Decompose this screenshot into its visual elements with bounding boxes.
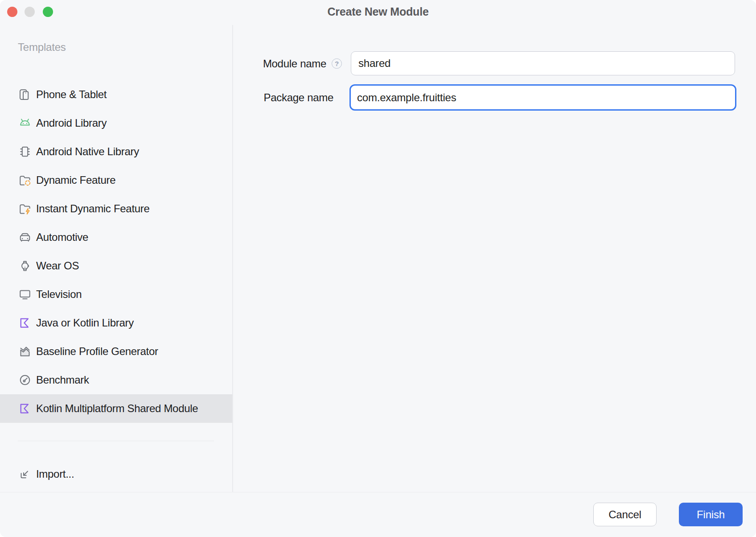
sidebar-item-label: Android Library (36, 117, 107, 129)
sidebar-section-divider (18, 441, 214, 441)
sidebar-item-television[interactable]: Television (0, 280, 232, 309)
sidebar-item-label: Phone & Tablet (36, 88, 107, 101)
sidebar-item-label: Television (36, 288, 82, 301)
sidebar-item-label: Wear OS (36, 260, 79, 272)
watch-icon (18, 259, 32, 273)
package-name-input[interactable] (349, 84, 736, 111)
template-list: Phone & TabletAndroid LibraryAndroid Nat… (0, 80, 232, 423)
finish-button[interactable]: Finish (679, 503, 743, 526)
chip-icon (18, 145, 32, 159)
import-icon (18, 467, 32, 481)
car-icon (18, 230, 32, 244)
sidebar-item-android-library[interactable]: Android Library (0, 109, 232, 137)
sidebar-item-dynamic-feature[interactable]: Dynamic Feature (0, 166, 232, 194)
folder-dynamic-icon (18, 173, 32, 187)
android-head-icon (18, 116, 32, 130)
module-name-input[interactable] (351, 51, 735, 75)
footer-divider (0, 492, 756, 492)
dialog-title: Create New Module (0, 5, 756, 18)
sidebar-item-label: Baseline Profile Generator (36, 345, 158, 358)
sidebar-item-label: Dynamic Feature (36, 174, 115, 186)
folder-lightning-icon (18, 202, 32, 216)
help-icon[interactable]: ? (332, 58, 342, 69)
phone-tablet-icon (18, 87, 32, 102)
sidebar-item-label: Kotlin Multiplatform Shared Module (36, 402, 198, 415)
area-chart-icon (18, 344, 32, 359)
tv-icon (18, 287, 32, 302)
sidebar-item-benchmark[interactable]: Benchmark (0, 366, 232, 394)
sidebar-item-label: Instant Dynamic Feature (36, 202, 150, 215)
title-bar: Create New Module (0, 0, 756, 25)
sidebar-item-android-native-library[interactable]: Android Native Library (0, 137, 232, 166)
sidebar-item-wear-os[interactable]: Wear OS (0, 252, 232, 280)
sidebar-item-kotlin-multiplatform-shared-module[interactable]: Kotlin Multiplatform Shared Module (0, 394, 232, 423)
import-label: Import... (36, 468, 74, 480)
cancel-button[interactable]: Cancel (593, 503, 657, 526)
gauge-icon (18, 373, 32, 387)
import-row-container: Import... (0, 460, 232, 488)
templates-header: Templates (18, 41, 66, 54)
sidebar-item-java-or-kotlin-library[interactable]: Java or Kotlin Library (0, 309, 232, 337)
sidebar-item-label: Java or Kotlin Library (36, 317, 134, 329)
sidebar-item-automotive[interactable]: Automotive (0, 223, 232, 252)
kotlin-icon (18, 401, 32, 416)
kotlin-icon (18, 316, 32, 330)
package-name-label: Package name (232, 91, 333, 104)
sidebar-item-baseline-profile-generator[interactable]: Baseline Profile Generator (0, 337, 232, 366)
sidebar-item-label: Automotive (36, 231, 88, 244)
create-new-module-dialog: Create New Module Templates Phone & Tabl… (0, 0, 756, 537)
sidebar-item-phone-tablet[interactable]: Phone & Tablet (0, 80, 232, 109)
sidebar-item-import[interactable]: Import... (0, 460, 232, 488)
sidebar-item-label: Android Native Library (36, 145, 139, 158)
module-name-label: Module name (232, 57, 326, 70)
sidebar-item-label: Benchmark (36, 374, 89, 386)
sidebar-item-instant-dynamic-feature[interactable]: Instant Dynamic Feature (0, 194, 232, 223)
